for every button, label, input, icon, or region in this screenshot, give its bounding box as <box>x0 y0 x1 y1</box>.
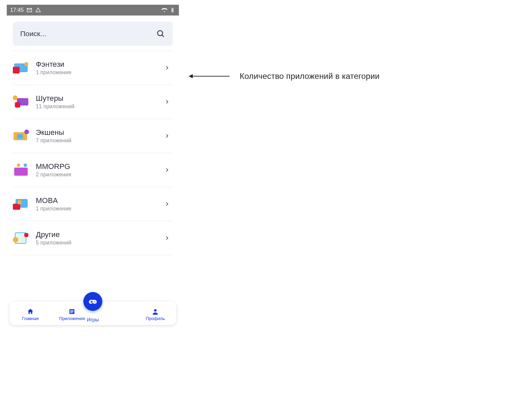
row-title: Экшены <box>36 128 158 137</box>
profile-icon <box>152 308 159 315</box>
chevron-right-icon <box>165 134 169 138</box>
svg-rect-1 <box>172 8 173 8</box>
other-icon <box>13 231 29 245</box>
battery-icon <box>169 7 176 13</box>
status-left: 17:45 <box>10 7 41 13</box>
row-text: MMORPG 2 приложения <box>36 162 158 178</box>
svg-rect-11 <box>71 312 72 313</box>
nav-games-label[interactable]: Игры <box>87 317 99 322</box>
bottom-nav: Главная Приложения . Профиль Игры <box>9 301 176 325</box>
category-row-shooters[interactable]: Шутеры 11 приложений <box>13 85 173 119</box>
row-sub: 11 приложений <box>36 104 158 110</box>
status-time: 17:45 <box>10 7 24 13</box>
row-text: Фэнтези 1 приложение <box>36 60 158 76</box>
shooters-icon <box>13 95 29 109</box>
svg-rect-9 <box>72 311 73 312</box>
svg-rect-10 <box>73 311 74 312</box>
row-sub: 1 приложение <box>36 206 158 212</box>
nav-games-fab[interactable] <box>83 292 102 311</box>
phone-frame: 17:45 Поиск... <box>7 5 179 325</box>
row-sub: 2 приложения <box>36 172 158 178</box>
svg-rect-7 <box>73 310 74 311</box>
nav-apps[interactable]: Приложения <box>53 308 90 321</box>
category-list: Фэнтези 1 приложение Шутеры 11 приложени… <box>7 51 179 298</box>
nav-label: Приложения <box>59 316 85 321</box>
row-title: MOBA <box>36 196 158 205</box>
row-title: Шутеры <box>36 94 158 103</box>
wifi-icon <box>161 7 167 13</box>
svg-rect-5 <box>71 310 72 311</box>
chevron-right-icon <box>165 65 169 70</box>
row-text: Экшены 7 приложений <box>36 128 158 144</box>
category-row-mmorpg[interactable]: MMORPG 2 приложения <box>13 153 173 187</box>
svg-point-2 <box>158 31 163 36</box>
row-sub: 1 приложение <box>36 69 158 76</box>
annotation: Количество приложений в категории <box>189 71 379 81</box>
row-text: Шутеры 11 приложений <box>36 94 158 110</box>
svg-rect-0 <box>171 8 174 12</box>
category-row-moba[interactable]: MOBA 1 приложение <box>13 187 173 221</box>
home-icon <box>27 308 34 315</box>
chevron-right-icon <box>165 99 169 104</box>
svg-point-13 <box>154 309 157 311</box>
status-bar: 17:45 <box>7 5 179 16</box>
svg-rect-12 <box>72 312 73 313</box>
row-sub: 5 приложений <box>36 240 158 246</box>
moba-icon <box>13 197 29 211</box>
status-right <box>161 7 176 13</box>
nav-label: Главная <box>22 316 38 321</box>
nav-home[interactable]: Главная <box>12 308 49 321</box>
search-input[interactable]: Поиск... <box>13 22 173 46</box>
category-row-action[interactable]: Экшены 7 приложений <box>13 119 173 153</box>
drive-icon <box>35 7 41 13</box>
row-title: MMORPG <box>36 162 158 171</box>
row-sub: 7 приложений <box>36 138 158 144</box>
annotation-text: Количество приложений в категории <box>240 71 379 81</box>
gamepad-icon <box>88 297 98 306</box>
chevron-right-icon <box>165 202 169 206</box>
row-title: Фэнтези <box>36 60 158 69</box>
action-icon <box>13 129 29 143</box>
category-row-other[interactable]: Другие 5 приложений <box>13 221 173 255</box>
divider <box>13 255 173 255</box>
row-text: MOBA 1 приложение <box>36 196 158 212</box>
row-text: Другие 5 приложений <box>36 230 158 246</box>
gmail-icon <box>26 7 32 13</box>
svg-line-3 <box>162 35 164 37</box>
search-placeholder: Поиск... <box>20 30 46 38</box>
apps-grid-icon <box>68 308 76 315</box>
svg-rect-6 <box>72 310 73 311</box>
chevron-right-icon <box>165 168 169 172</box>
search-icon[interactable] <box>156 29 165 38</box>
nav-label: Профиль <box>146 316 165 321</box>
chevron-right-icon <box>165 236 169 240</box>
mmorpg-icon <box>13 163 29 177</box>
nav-profile[interactable]: Профиль <box>137 308 174 321</box>
annotation-arrow-icon <box>189 76 230 77</box>
category-row-fantasy[interactable]: Фэнтези 1 приложение <box>13 51 173 85</box>
svg-rect-8 <box>71 311 72 312</box>
row-title: Другие <box>36 230 158 239</box>
fantasy-icon <box>13 61 29 75</box>
search-container: Поиск... <box>7 16 179 51</box>
